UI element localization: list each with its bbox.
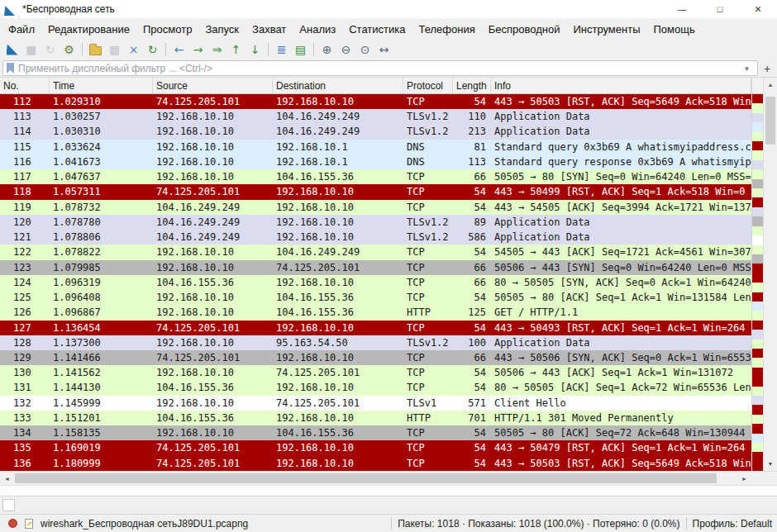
menu-item-tools[interactable]: Инструменты [566, 21, 646, 38]
filter-bookmark-icon[interactable] [7, 63, 14, 74]
menu-item-analyze[interactable]: Анализ [293, 21, 342, 38]
colorize-packets-button[interactable]: ▤ [291, 41, 310, 59]
packet-row[interactable]: 1291.14146674.125.205.101192.168.10.10TC… [0, 350, 751, 365]
packet-row[interactable]: 1191.078732104.16.249.249192.168.10.10TC… [0, 200, 751, 215]
cell-no: 136 [0, 456, 50, 471]
vertical-scroll-thumb[interactable] [765, 97, 775, 145]
zoom-out-button[interactable]: ⊖ [336, 41, 355, 59]
horizontal-scroll-track[interactable] [14, 472, 737, 485]
packet-row[interactable]: 1161.041673192.168.10.10192.168.10.1DNS1… [0, 154, 751, 169]
toolbar-separator [82, 43, 83, 56]
display-filter-box[interactable]: ▾ [2, 60, 758, 76]
cell-info: 50505 → 80 [SYN] Seq=0 Win=64240 Len=0 M… [491, 169, 751, 184]
horizontal-scroll-thumb[interactable] [15, 473, 717, 483]
packet-row[interactable]: 1221.078822192.168.10.10104.16.249.249TC… [0, 245, 751, 259]
go-last-packet-button[interactable]: ↓ [245, 41, 265, 59]
packet-row[interactable]: 1361.18099974.125.205.101192.168.10.10TC… [0, 456, 751, 471]
menu-item-file[interactable]: Файл [2, 21, 41, 38]
minimap-stripe [752, 245, 763, 254]
minimize-button[interactable]: — [663, 0, 701, 18]
resize-columns-button[interactable]: ↔ [374, 41, 393, 59]
menu-item-capture[interactable]: Захват [245, 21, 293, 38]
column-header-time[interactable]: Time [50, 78, 153, 93]
packet-row[interactable]: 1341.158135192.168.10.10104.16.155.36TCP… [0, 425, 751, 440]
zoom-in-button[interactable]: ⊕ [317, 41, 336, 59]
open-file-button[interactable] [86, 41, 105, 59]
display-filter-input[interactable] [18, 63, 738, 74]
column-header-destination[interactable]: Destination [273, 78, 403, 93]
minimap-stripe [752, 415, 763, 424]
profile-label[interactable]: Профиль: Default [693, 518, 773, 530]
packet-row[interactable]: 1201.078780104.16.249.249192.168.10.10TL… [0, 215, 751, 230]
packet-row[interactable]: 1241.096319104.16.155.36192.168.10.10TCP… [0, 275, 751, 290]
menu-item-view[interactable]: Просмотр [136, 21, 198, 38]
menu-item-telephony[interactable]: Телефония [412, 21, 481, 38]
cell-time: 1.144130 [50, 380, 153, 395]
autoscroll-button[interactable]: ≣ [272, 41, 291, 59]
go-forward-button[interactable]: → [188, 41, 207, 59]
packet-row[interactable]: 1131.030257192.168.10.10104.16.249.249TL… [0, 109, 751, 124]
restart-capture-button[interactable]: ↻ [41, 41, 60, 59]
packet-row[interactable]: 1271.13645474.125.205.101192.168.10.10TC… [0, 321, 751, 335]
packet-row[interactable]: 1181.05731174.125.205.101192.168.10.10TC… [0, 184, 751, 199]
horizontal-scrollbar[interactable]: ◄ ► [0, 471, 777, 485]
expert-info-icon[interactable] [5, 516, 20, 531]
go-first-packet-button[interactable]: ↑ [226, 41, 245, 59]
save-file-icon: ▦ [109, 44, 120, 55]
packet-row[interactable]: 1251.096408192.168.10.10104.16.155.36TCP… [0, 290, 751, 305]
packet-row[interactable]: 1151.033624192.168.10.10192.168.10.1DNS8… [0, 140, 751, 154]
packet-row[interactable]: 1261.096867192.168.10.10104.16.155.36HTT… [0, 305, 751, 320]
minimap-stripe [752, 396, 763, 405]
capture-comment-icon[interactable] [21, 516, 36, 531]
stop-capture-button[interactable]: ■ [21, 41, 41, 59]
cell-source: 192.168.10.10 [153, 245, 273, 259]
reload-file-button[interactable]: ↻ [143, 41, 162, 59]
packet-row[interactable]: 1171.047637192.168.10.10104.16.155.36TCP… [0, 169, 751, 184]
packet-row[interactable]: 1351.16901974.125.205.101192.168.10.10TC… [0, 440, 751, 455]
minimap-stripe [752, 197, 763, 207]
packet-row[interactable]: 1311.144130104.16.155.36192.168.10.10TCP… [0, 380, 751, 395]
cell-no: 115 [0, 140, 50, 154]
start-capture-button[interactable] [2, 41, 21, 59]
maximize-button[interactable]: □ [701, 0, 739, 18]
menu-item-wireless[interactable]: Беспроводной [482, 21, 567, 38]
go-back-button[interactable]: ← [169, 41, 188, 59]
column-header-info[interactable]: Info [491, 78, 751, 93]
packet-row[interactable]: 1121.02931074.125.205.101192.168.10.10TC… [0, 94, 751, 109]
close-button[interactable]: × [739, 0, 777, 18]
packet-row[interactable]: 1331.151201104.16.155.36192.168.10.10HTT… [0, 411, 751, 425]
packet-row[interactable]: 1211.078806104.16.249.249192.168.10.10TL… [0, 230, 751, 245]
capture-options-button[interactable]: ⚙ [60, 41, 79, 59]
packet-row[interactable]: 1141.030310192.168.10.10104.16.249.249TL… [0, 124, 751, 139]
scroll-left-arrow-icon[interactable]: ◄ [0, 472, 14, 485]
packet-minimap[interactable] [751, 78, 763, 471]
scroll-down-arrow-icon[interactable]: ▼ [764, 457, 777, 471]
zoom-original-button[interactable]: ⊙ [355, 41, 374, 59]
cell-length: 110 [453, 109, 491, 124]
filter-history-dropdown-icon[interactable]: ▾ [740, 60, 754, 76]
column-header-length[interactable]: Length [453, 78, 491, 93]
packet-row[interactable]: 1321.145999192.168.10.1074.125.205.101TL… [0, 396, 751, 411]
column-header-protocol[interactable]: Protocol [403, 78, 453, 93]
column-header-source[interactable]: Source [153, 78, 273, 93]
filter-add-button[interactable]: + [760, 60, 775, 76]
save-file-button[interactable]: ▦ [105, 41, 124, 59]
column-header-no[interactable]: No. [0, 78, 50, 93]
menu-item-go[interactable]: Запуск [198, 21, 245, 38]
go-to-packet-button[interactable]: ⇒ [207, 41, 226, 59]
scroll-up-arrow-icon[interactable]: ▲ [764, 78, 777, 92]
menu-item-statistics[interactable]: Статистика [342, 21, 412, 38]
minimap-stripe [752, 452, 763, 461]
close-file-button[interactable]: × [124, 41, 143, 59]
minimap-stripe [752, 283, 763, 292]
vertical-scrollbar[interactable]: ▲ ▼ [763, 78, 777, 471]
packet-row[interactable]: 1231.079985192.168.10.1074.125.205.101TC… [0, 260, 751, 275]
packet-row[interactable]: 1301.141562192.168.10.1074.125.205.101TC… [0, 365, 751, 380]
packet-row[interactable]: 1281.137300192.168.10.1095.163.54.50TLSv… [0, 335, 751, 350]
menu-item-edit[interactable]: Редактирование [41, 21, 136, 38]
title-bar[interactable]: *Беспроводная сеть — □ × [0, 0, 777, 18]
packet-stats: Пакеты: 1018 · Показаны: 1018 (100.0%) ·… [398, 518, 679, 530]
scroll-right-arrow-icon[interactable]: ► [737, 472, 751, 485]
vertical-scroll-track[interactable] [764, 92, 777, 457]
menu-item-help[interactable]: Помощь [647, 21, 702, 38]
